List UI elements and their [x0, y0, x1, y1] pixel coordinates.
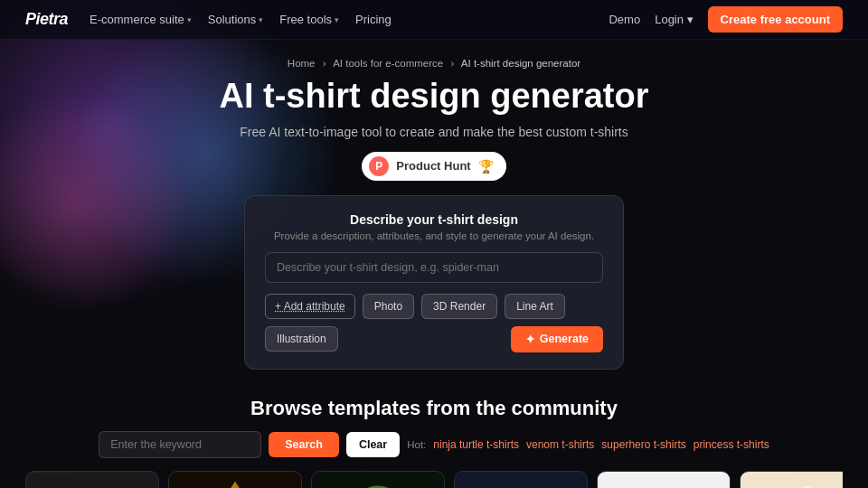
- hero-section: Home › AI tools for e-commerce › AI t-sh…: [0, 40, 868, 380]
- design-form-card: Describe your t-shirt design Provide a d…: [244, 195, 624, 370]
- navigation: Pietra E-commerce suite ▾ Solutions ▾ Fr…: [0, 0, 868, 40]
- svg-rect-41: [741, 473, 843, 488]
- breadcrumb: Home › AI tools for e-commerce › AI t-sh…: [18, 58, 850, 69]
- search-input[interactable]: [99, 431, 261, 458]
- template-card: Leonardo from Teenage Mutant Ninja Turtl…: [311, 471, 445, 488]
- logo[interactable]: Pietra: [25, 10, 68, 29]
- nav-login-link[interactable]: Login ▾: [655, 13, 693, 26]
- generate-button[interactable]: ✦ Generate: [511, 326, 603, 352]
- ph-label: Product Hunt: [396, 159, 470, 173]
- template-image-5: [598, 472, 730, 488]
- nav-ecommerce[interactable]: E-commerce suite ▾: [90, 13, 192, 26]
- spark-icon: ✦: [525, 333, 535, 346]
- hot-tag-princess[interactable]: princess t-shirts: [693, 438, 769, 451]
- nav-menu: E-commerce suite ▾ Solutions ▾ Free tool…: [90, 13, 392, 26]
- hot-tag-superhero[interactable]: superhero t-shirts: [601, 438, 685, 451]
- browse-title: Browse templates from the community: [25, 397, 843, 420]
- template-card: digital art, superhero art, disney-pixar…: [168, 471, 302, 488]
- trophy-icon: 🏆: [478, 159, 494, 174]
- svg-rect-31: [598, 473, 730, 488]
- search-button[interactable]: Search: [269, 432, 339, 457]
- design-input[interactable]: [265, 252, 603, 283]
- template-image-6: [741, 472, 843, 488]
- browse-section: Browse templates from the community Sear…: [0, 380, 868, 488]
- template-image-4: [455, 472, 587, 488]
- chevron-down-icon: ▾: [259, 15, 263, 24]
- svg-rect-0: [26, 473, 158, 488]
- template-thumbnail: [169, 472, 301, 488]
- template-card: ninja turtle, Silhouettes of the turtles…: [597, 471, 731, 488]
- template-card: ninja turtle, Ninja Turtles peeking out …: [454, 471, 588, 488]
- template-image-2: [169, 472, 301, 488]
- template-card: A eagle wearing a Mexican flag bandana S…: [740, 471, 843, 488]
- form-title: Describe your t-shirt design: [265, 212, 603, 227]
- nav-solutions[interactable]: Solutions ▾: [208, 13, 263, 26]
- chevron-down-icon: ▾: [335, 15, 339, 24]
- hero-subtitle: Free AI text-to-image tool to create and…: [18, 125, 850, 139]
- hot-tags: Hot: ninja turtle t-shirts venom t-shirt…: [407, 438, 769, 451]
- template-thumbnail: [312, 472, 444, 488]
- hot-tag-venom[interactable]: venom t-shirts: [526, 438, 594, 451]
- page-title: AI t-shirt design generator: [18, 78, 850, 116]
- svg-rect-18: [455, 473, 587, 488]
- style-photo-button[interactable]: Photo: [363, 294, 414, 319]
- template-image-3: [312, 472, 444, 488]
- templates-row: pencil drawing of a beautiful young prin…: [25, 471, 843, 488]
- template-thumbnail: [455, 472, 587, 488]
- create-account-button[interactable]: Create free account: [708, 6, 843, 33]
- template-thumbnail: [598, 472, 730, 488]
- template-thumbnail: [26, 472, 158, 488]
- add-attribute-button[interactable]: + Add attribute: [265, 294, 355, 319]
- template-thumbnail: [741, 472, 843, 488]
- chevron-down-icon: ▾: [187, 15, 192, 24]
- nav-left: Pietra E-commerce suite ▾ Solutions ▾ Fr…: [25, 10, 392, 29]
- template-image-1: [26, 472, 158, 488]
- hot-tag-ninja[interactable]: ninja turtle t-shirts: [433, 438, 519, 451]
- hot-label: Hot:: [407, 439, 426, 450]
- ph-icon: P: [369, 156, 389, 176]
- style-illustration-button[interactable]: Illustration: [265, 326, 338, 352]
- clear-button[interactable]: Clear: [346, 432, 400, 457]
- style-lineart-button[interactable]: Line Art: [505, 294, 565, 319]
- form-subtitle: Provide a description, attributes, and s…: [265, 230, 603, 241]
- product-hunt-badge[interactable]: P Product Hunt 🏆: [362, 152, 505, 181]
- nav-right: Demo Login ▾ Create free account: [609, 6, 843, 33]
- nav-demo-link[interactable]: Demo: [609, 13, 640, 26]
- nav-free-tools[interactable]: Free tools ▾: [279, 13, 339, 26]
- template-card: pencil drawing of a beautiful young prin…: [25, 471, 159, 488]
- design-actions: + Add attribute Photo 3D Render Line Art…: [265, 294, 603, 352]
- style-3d-button[interactable]: 3D Render: [421, 294, 497, 319]
- nav-pricing[interactable]: Pricing: [355, 13, 392, 26]
- search-row: Search Clear Hot: ninja turtle t-shirts …: [25, 431, 843, 458]
